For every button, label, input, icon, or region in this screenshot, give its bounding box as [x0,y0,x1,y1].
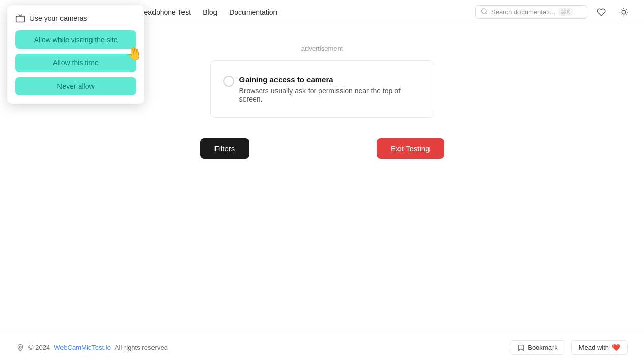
svg-point-0 [482,9,486,13]
nav-headphone-test[interactable]: Headphone Test [139,8,191,16]
nav-right: Search documentati... ⌘K [475,4,632,20]
heart-icon-button[interactable] [593,4,609,20]
action-buttons-row: Filters Exit Testing [200,138,444,159]
permission-popup: Use your cameras Allow while visiting th… [7,5,144,104]
svg-line-9 [621,14,621,15]
svg-line-1 [486,13,487,14]
made-with-button[interactable]: Mead with ❤️ [571,340,628,355]
svg-point-12 [19,346,21,348]
bookmark-label: Bookmark [528,344,558,351]
bookmark-button[interactable]: Bookmark [510,340,565,355]
allow-visiting-button[interactable]: Allow while visiting the site [15,30,136,49]
status-text-block: Gaining access to camera Browsers usuall… [239,75,421,103]
exit-testing-button[interactable]: Exit Testing [377,138,444,159]
theme-toggle-button[interactable] [616,4,632,20]
footer-left: © 2024 WebCamMicTest.io All rights reser… [16,344,168,352]
rights: All rights reserved [115,344,168,351]
search-icon [481,8,488,16]
search-placeholder: Search documentati... [491,8,555,16]
location-icon [16,344,24,352]
bookmark-icon [517,344,525,351]
search-bar[interactable]: Search documentati... ⌘K [475,5,587,19]
site-link[interactable]: WebCamMicTest.io [54,344,111,351]
loading-spinner [223,76,234,87]
filters-button[interactable]: Filters [200,138,250,159]
heart-icon: ❤️ [612,344,620,351]
svg-rect-11 [16,16,25,22]
camera-status-card: Gaining access to camera Browsers usuall… [210,60,434,118]
search-shortcut: ⌘K [558,8,572,16]
allow-this-time-button[interactable]: Allow this time [15,54,136,72]
popup-title: Use your cameras [29,14,87,22]
svg-point-2 [622,10,626,14]
camera-icon [15,13,25,23]
footer: © 2024 WebCamMicTest.io All rights reser… [0,333,644,362]
svg-line-10 [626,9,627,10]
status-subtitle: Browsers usually ask for permission near… [239,87,421,103]
nav-documentation[interactable]: Documentation [229,8,277,16]
camera-status-row: Gaining access to camera Browsers usuall… [223,75,421,103]
status-title: Gaining access to camera [239,75,421,84]
svg-line-6 [626,14,627,15]
ad-label: advertisement [301,45,343,52]
copyright: © 2024 [28,344,50,351]
footer-right: Bookmark Mead with ❤️ [510,340,628,355]
made-with-label: Mead with [579,344,609,351]
svg-line-5 [621,9,621,10]
never-allow-button[interactable]: Never allow [15,77,136,95]
nav-blog[interactable]: Blog [203,8,217,16]
popup-header: Use your cameras [15,13,136,23]
